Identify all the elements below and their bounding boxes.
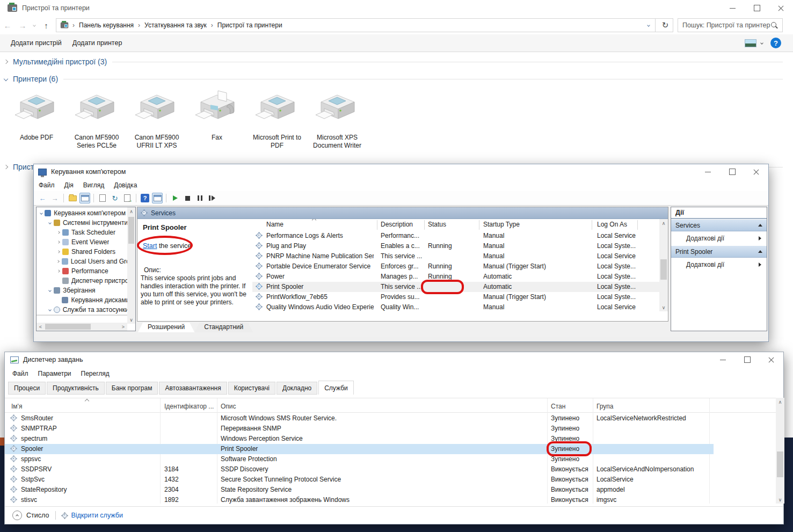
address-bar[interactable]: › Панель керування›Устаткування та звук›… — [56, 18, 673, 32]
folder-icon[interactable] — [67, 193, 78, 203]
column-header-startup-type[interactable]: Startup Type — [483, 221, 520, 228]
add-printer-button[interactable]: Додати принтер — [72, 39, 122, 47]
tree-item[interactable]: Performance — [37, 266, 127, 276]
scroll-left-icon[interactable]: < — [37, 323, 45, 331]
close-button[interactable] — [744, 164, 768, 179]
start-service-icon[interactable] — [170, 193, 180, 203]
tree-vertical-scrollbar[interactable]: ∧ ∨ — [127, 207, 135, 324]
menu-item-параметри[interactable]: Параметри — [33, 370, 76, 377]
service-row[interactable]: Performance Logs & AlertsPerformanc...Ma… — [252, 231, 659, 241]
printer-item[interactable]: Canon MF5900 Series PCL5e — [67, 90, 127, 150]
tree-item[interactable]: Служби та застосунки — [37, 305, 127, 315]
service-row[interactable]: spectrumWindows Perception ServiceЗупине… — [5, 434, 714, 444]
service-row[interactable]: SpoolerPrint SpoolerЗупинено — [5, 444, 714, 454]
column-header-log-on-as[interactable]: Log On As — [597, 221, 627, 228]
stop-service-icon[interactable] — [182, 193, 193, 203]
start-service-link[interactable]: Start — [143, 242, 157, 250]
computer-management-titlebar[interactable]: Керування комп'ютером — [34, 164, 768, 179]
device-group-label[interactable]: Мультимедійні пристрої (3) — [13, 57, 107, 66]
view-tab-розширений[interactable]: Розширений — [138, 323, 194, 332]
scrollbar-thumb[interactable] — [777, 451, 783, 477]
collapse-chevron-icon[interactable] — [38, 212, 45, 214]
collapse-caret-icon[interactable] — [758, 224, 762, 227]
service-row[interactable]: Plug and PlayEnables a c...RunningManual… — [252, 241, 659, 251]
fewer-details-label[interactable]: Стисло — [26, 512, 49, 519]
service-row[interactable]: Print SpoolerThis service ...AutomaticLo… — [252, 282, 659, 292]
close-button[interactable] — [769, 0, 793, 16]
tab-користувачі[interactable]: Користувачі — [228, 382, 275, 395]
action-item-more-actions[interactable]: Додаткові дії — [671, 258, 767, 272]
column-header-name[interactable]: Ім'я — [11, 403, 22, 410]
column-header-pid[interactable]: Ідентифікатор ... — [164, 403, 214, 410]
tab-процеси[interactable]: Процеси — [8, 382, 46, 395]
forward-icon[interactable]: → — [49, 193, 60, 203]
tree-item[interactable]: Системні інструменти — [37, 218, 127, 228]
service-row[interactable]: sppsvcSoftware ProtectionЗупинено — [5, 454, 714, 464]
expand-chevron-icon[interactable] — [55, 241, 62, 243]
menu-item-файл[interactable]: Файл — [8, 370, 33, 377]
menu-item-вигляд[interactable]: Вигляд — [78, 181, 109, 189]
service-row[interactable]: SSDPSRV3184SSDP DiscoveryВиконуєтьсяLoca… — [5, 464, 714, 475]
tree-item[interactable]: Task Scheduler — [37, 228, 127, 237]
refresh-icon[interactable]: ↻ — [660, 20, 671, 30]
action-item-more-actions[interactable]: Додаткові дії — [671, 231, 767, 245]
window-list-icon[interactable] — [97, 193, 108, 203]
printer-item[interactable]: Microsoft Print to PDF — [247, 90, 307, 150]
service-row[interactable]: SNMPTRAPПереривання SNMPЗупинено — [5, 424, 714, 434]
task-manager-titlebar[interactable]: Диспетчер завдань — [5, 352, 783, 367]
service-row[interactable]: Portable Device Enumerator ServiceEnforc… — [252, 261, 659, 272]
service-row[interactable]: stisvc1892Служба завантаження зображень … — [5, 495, 714, 504]
breadcrumb-segment[interactable]: Панель керування — [78, 21, 135, 29]
search-box[interactable] — [678, 18, 783, 32]
breadcrumb-segment[interactable]: Устаткування та звук — [143, 21, 208, 29]
tree-item[interactable]: Зберігання — [37, 286, 127, 295]
fewer-details-icon[interactable] — [12, 511, 22, 520]
tab-продуктивність[interactable]: Продуктивність — [47, 382, 105, 395]
tab-докладно[interactable]: Докладно — [277, 382, 317, 395]
service-row[interactable]: PowerManages p...RunningAutomaticLocal S… — [252, 272, 659, 282]
menu-item-довідка[interactable]: Довідка — [109, 181, 142, 189]
minimize-button[interactable] — [711, 352, 735, 367]
address-dropdown-chevron-icon[interactable] — [647, 24, 650, 27]
service-row[interactable]: StateRepository2304State Repository Serv… — [5, 485, 714, 495]
column-header-name[interactable]: Name — [266, 221, 283, 228]
breadcrumb-segment[interactable]: Пристрої та принтери — [216, 21, 283, 29]
tab-банк програм[interactable]: Банк програм — [106, 382, 158, 395]
menu-item-перегляд[interactable]: Перегляд — [76, 370, 114, 377]
service-row[interactable]: PNRP Machine Name Publication Ser...This… — [252, 251, 659, 261]
expand-chevron-icon[interactable] — [4, 165, 8, 169]
scrollbar-thumb[interactable] — [128, 217, 134, 244]
expand-chevron-icon[interactable] — [55, 231, 62, 234]
devices-printers-titlebar[interactable]: Пристрої та принтери — [0, 0, 793, 16]
scroll-down-icon[interactable]: ∨ — [776, 495, 784, 504]
tree-item[interactable]: Services — [37, 315, 127, 316]
export-list-icon[interactable] — [122, 193, 133, 203]
menu-item-дія[interactable]: Дія — [60, 181, 78, 189]
expand-chevron-icon[interactable] — [55, 251, 62, 253]
tree-item[interactable]: Local Users and Grou — [37, 257, 127, 266]
minimize-button[interactable] — [696, 164, 720, 179]
tree-horizontal-scrollbar[interactable]: < > — [37, 323, 127, 331]
printer-item[interactable]: Canon MF5900 UFRII LT XPS — [127, 90, 187, 150]
printer-item[interactable]: Microsoft XPS Document Writer — [307, 90, 367, 150]
search-icon[interactable] — [770, 21, 778, 29]
column-header-group[interactable]: Група — [596, 403, 614, 410]
scroll-down-icon[interactable]: ∨ — [127, 316, 135, 324]
maximize-button[interactable] — [720, 164, 744, 179]
pause-service-icon[interactable] — [194, 193, 205, 203]
column-header-status[interactable]: Status — [428, 221, 446, 228]
printer-item[interactable]: Fax — [187, 90, 247, 150]
tree-item[interactable]: Event Viewer — [37, 237, 127, 247]
view-dropdown-chevron-icon[interactable] — [760, 41, 763, 45]
back-icon[interactable]: ← — [37, 193, 48, 203]
column-header-description[interactable]: Опис — [221, 403, 236, 410]
scroll-up-icon[interactable]: ∧ — [776, 398, 784, 406]
tab-автозавантаження[interactable]: Автозавантаження — [159, 382, 227, 395]
help-icon[interactable]: ? — [140, 193, 150, 203]
action-group-header[interactable]: Print Spooler — [671, 245, 767, 258]
tree-item[interactable]: Диспетчер пристро — [37, 276, 127, 286]
scrollbar-thumb[interactable] — [45, 324, 91, 330]
up-button-icon[interactable]: ↑ — [39, 21, 54, 30]
tree-item[interactable]: Shared Folders — [37, 247, 127, 257]
menu-item-файл[interactable]: Файл — [34, 181, 60, 189]
